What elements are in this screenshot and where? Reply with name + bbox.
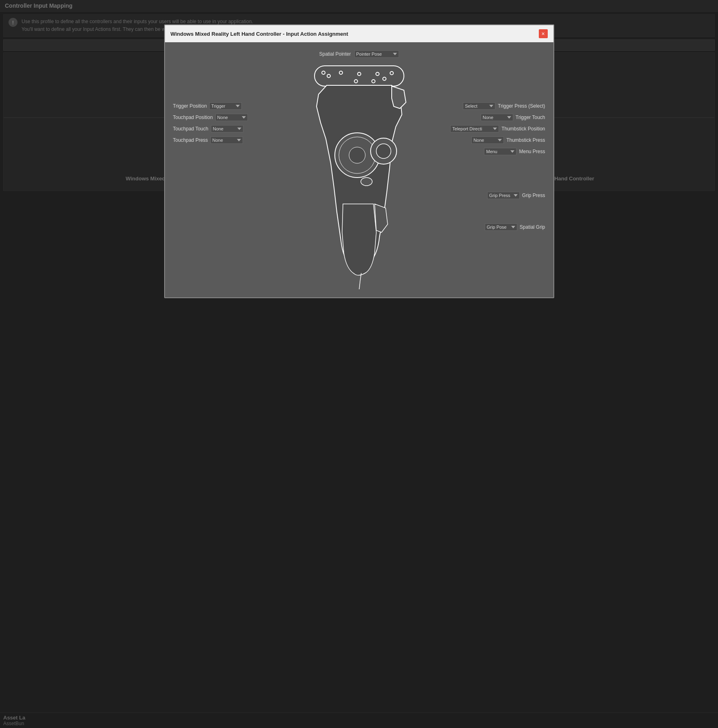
trigger-touch-select[interactable]: None: [481, 114, 513, 121]
spatial-pointer-select[interactable]: Pointer Pose None Grip Pose: [354, 50, 399, 58]
touchpad-position-label: Touchpad Position: [173, 115, 213, 120]
menu-press-select[interactable]: Menu None: [484, 148, 516, 155]
touchpad-position-select[interactable]: None: [215, 114, 248, 121]
diagram-area: Trigger Position Trigger None Touchpad P…: [173, 62, 545, 289]
thumbstick-press-label: Thumbstick Press: [506, 137, 545, 143]
touchpad-touch-row: Touchpad Touch None: [173, 125, 248, 132]
thumbstick-press-select[interactable]: None: [471, 136, 504, 144]
touchpad-touch-label: Touchpad Touch: [173, 126, 208, 132]
controller-diagram: [274, 62, 445, 289]
trigger-press-select-row: Select None Trigger Press (Select): [463, 102, 545, 110]
trigger-press-label: Trigger Press (Select): [498, 103, 545, 109]
trigger-position-select[interactable]: Trigger None: [209, 102, 242, 110]
modal-close-button[interactable]: ×: [539, 29, 548, 38]
svg-point-33: [376, 144, 391, 158]
thumbstick-press-row: None Thumbstick Press: [471, 136, 545, 144]
grip-press-select[interactable]: Grip Press None: [487, 192, 520, 199]
touchpad-press-label: Touchpad Press: [173, 137, 208, 143]
trigger-touch-row: None Trigger Touch: [481, 114, 545, 121]
grip-press-label: Grip Press: [522, 193, 545, 198]
touchpad-position-row: Touchpad Position None: [173, 114, 248, 121]
svg-point-34: [361, 178, 372, 186]
spatial-grip-select[interactable]: Grip Pose None: [485, 223, 517, 231]
input-assignment-modal: Windows Mixed Reality Left Hand Controll…: [164, 24, 554, 298]
menu-press-label: Menu Press: [519, 149, 545, 154]
touchpad-touch-select[interactable]: None: [211, 125, 243, 132]
trigger-position-row: Trigger Position Trigger None: [173, 102, 248, 110]
modal-body: Spatial Pointer Pointer Pose None Grip P…: [165, 42, 553, 297]
modal-title: Windows Mixed Reality Left Hand Controll…: [171, 31, 348, 37]
grip-press-row: Grip Press None Grip Press: [487, 192, 545, 199]
trigger-press-select-dropdown[interactable]: Select None: [463, 102, 495, 110]
touchpad-press-select[interactable]: None: [210, 136, 243, 144]
touchpad-press-row: Touchpad Press None: [173, 136, 248, 144]
trigger-position-label: Trigger Position: [173, 103, 207, 109]
mappings-left: Trigger Position Trigger None Touchpad P…: [173, 102, 248, 144]
trigger-touch-label: Trigger Touch: [516, 115, 545, 120]
thumbstick-position-label: Thumbstick Position: [501, 126, 545, 132]
modal-header: Windows Mixed Reality Left Hand Controll…: [165, 25, 553, 42]
menu-press-row: Menu None Menu Press: [484, 148, 545, 155]
spatial-pointer-row: Spatial Pointer Pointer Pose None Grip P…: [173, 50, 545, 58]
spatial-pointer-label: Spatial Pointer: [319, 51, 351, 57]
svg-point-31: [349, 147, 365, 163]
thumbstick-position-row: Teleport Directi None Thumbstick Positio…: [450, 125, 545, 132]
thumbstick-position-select[interactable]: Teleport Directi None: [450, 125, 499, 132]
spatial-grip-row: Grip Pose None Spatial Grip: [485, 223, 545, 231]
spatial-grip-label: Spatial Grip: [520, 224, 545, 230]
mappings-right: Select None Trigger Press (Select) None …: [450, 102, 545, 231]
